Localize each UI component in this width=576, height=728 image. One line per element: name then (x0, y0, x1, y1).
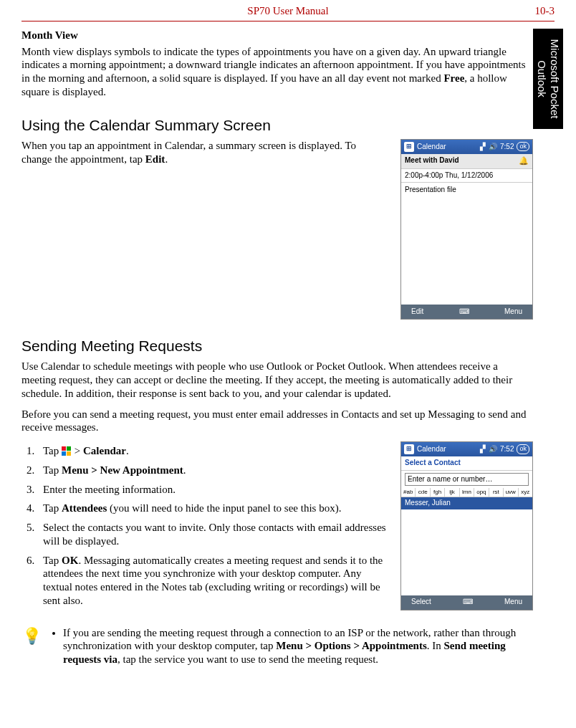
chapter-tab: Microsoft Pocket Outlook (533, 29, 563, 129)
start-icon: ⊞ (404, 142, 414, 152)
windows-start-icon (62, 446, 72, 456)
alpha-index[interactable]: #ab cde fgh ijk lmn opq rst uvw xyz (401, 488, 532, 497)
meeting-p1: Use Calendar to schedule meetings with p… (21, 360, 533, 400)
doc-title: SP70 User Manual (64, 4, 512, 18)
screenshot-contacts: ⊞ Calendar ▞ 🔊 7:52 ok Select a Contact … (400, 441, 533, 610)
step-5: Select the contacts you want to invite. … (37, 521, 388, 548)
lightbulb-icon: 💡 (21, 626, 42, 671)
start-icon: ⊞ (404, 444, 414, 454)
contact-search-input[interactable]: Enter a name or number… (405, 473, 529, 487)
step-6: Tap OK. Messaging automatically creates … (37, 554, 388, 608)
signal-icon: ▞ (480, 143, 486, 152)
shot1-softbar: Edit ⌨ Menu (401, 305, 532, 319)
edit-softkey[interactable]: Edit (411, 307, 423, 317)
shot1-subject: Meet with David (405, 156, 459, 166)
step-4: Tap Attendees (you will need to hide the… (37, 502, 388, 515)
tip-text: If you are sending the meeting request t… (63, 626, 533, 666)
menu-softkey[interactable]: Menu (504, 598, 522, 607)
menu-softkey[interactable]: Menu (504, 307, 522, 317)
meeting-p2: Before you can send a meeting request, y… (21, 408, 533, 435)
keyboard-icon[interactable]: ⌨ (458, 307, 471, 317)
meeting-steps: Tap > Calendar. Tap Menu > New Appointme… (21, 444, 388, 608)
speaker-icon: 🔊 (489, 143, 497, 152)
shot1-body: Presentation file (401, 183, 532, 305)
signal-icon: ▞ (480, 445, 486, 454)
shot2-titlebar: ⊞ Calendar ▞ 🔊 7:52 ok (401, 442, 532, 456)
page-header: SP70 User Manual 10-3 (0, 0, 576, 21)
summary-para: When you tap an appointment in Calendar,… (21, 139, 388, 166)
month-view-para: Month view displays symbols to indicate … (21, 45, 533, 99)
shot1-subject-bar: Meet with David 🔔 (401, 154, 532, 169)
contact-row-selected[interactable]: Messer, Julian (401, 497, 532, 509)
tip-note: 💡 If you are sending the meeting request… (21, 626, 533, 671)
shot1-time: 7:52 (500, 143, 514, 152)
chapter-tab-line1: Microsoft Pocket (549, 39, 561, 119)
chapter-tab-line2: Outlook (536, 60, 548, 97)
step-1: Tap > Calendar. (37, 444, 388, 458)
keyboard-icon[interactable]: ⌨ (461, 598, 474, 607)
summary-heading: Using the Calendar Summary Screen (21, 116, 533, 135)
shot1-note: Presentation file (405, 186, 456, 193)
ok-button[interactable]: ok (517, 444, 529, 454)
shot1-title: Calendar (417, 143, 446, 152)
month-view-heading: Month View (21, 29, 533, 42)
speaker-icon: 🔊 (489, 445, 497, 454)
reminder-icon: 🔔 (519, 156, 529, 166)
shot1-when: 2:00p-4:00p Thu, 1/12/2006 (401, 169, 532, 183)
shot2-softbar: Select ⌨ Menu (401, 595, 532, 610)
ok-button[interactable]: ok (517, 142, 529, 151)
shot2-select: Select a Contact (401, 456, 532, 471)
shot1-titlebar: ⊞ Calendar ▞ 🔊 7:52 ok (401, 140, 532, 154)
shot2-body (401, 509, 532, 595)
shot2-time: 7:52 (500, 445, 514, 454)
header-rule (21, 21, 555, 21)
meeting-heading: Sending Meeting Requests (21, 337, 533, 355)
step-2: Tap Menu > New Appointment. (37, 464, 388, 477)
shot2-title: Calendar (417, 445, 446, 454)
step-3: Enter the meeting information. (37, 483, 388, 497)
screenshot-summary: ⊞ Calendar ▞ 🔊 7:52 ok Meet with David 🔔… (400, 139, 533, 320)
page-number: 10-3 (512, 4, 555, 18)
select-softkey[interactable]: Select (411, 598, 431, 607)
